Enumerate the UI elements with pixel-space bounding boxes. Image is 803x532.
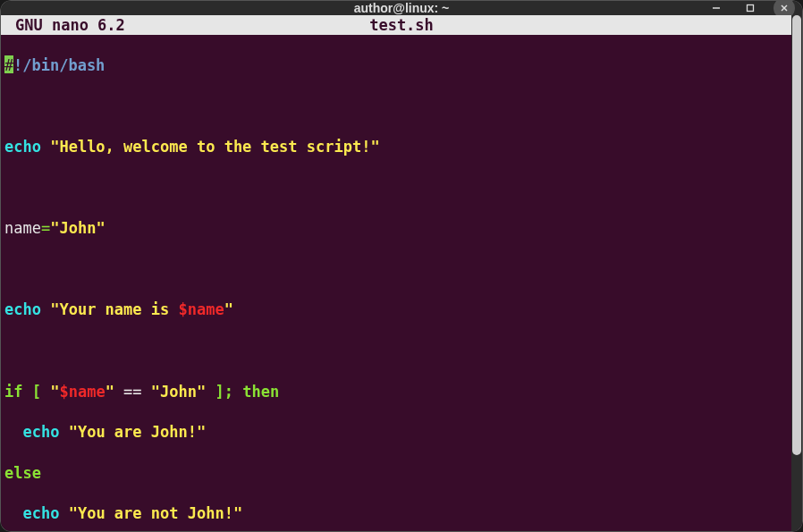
nano-version: GNU nano 6.2 — [4, 15, 125, 36]
titlebar: author@linux: ~ — [1, 1, 802, 15]
code-line: echo "You are John!" — [4, 422, 799, 443]
scrollbar-thumb[interactable] — [792, 15, 801, 455]
code-line: #!/bin/bash — [4, 55, 799, 76]
code-line — [4, 96, 799, 116]
code-line: echo "Your name is $name" — [4, 300, 799, 320]
code-line — [4, 178, 799, 198]
code-line: echo "You are not John!" — [4, 503, 799, 524]
nano-header: GNU nano 6.2 test.sh — [1, 15, 802, 35]
code-line — [4, 341, 799, 361]
nano-filename: test.sh — [369, 15, 434, 36]
editor-area[interactable]: #!/bin/bash echo "Hello, welcome to the … — [1, 35, 802, 532]
code-line — [4, 259, 799, 280]
minimize-icon — [711, 3, 722, 13]
cursor: # — [4, 55, 13, 73]
maximize-icon — [745, 3, 756, 13]
scrollbar[interactable] — [791, 15, 802, 532]
code-line: if [ "$name" == "John" ]; then — [4, 382, 799, 402]
window-title: author@linux: ~ — [354, 1, 450, 15]
code-line: name="John" — [4, 218, 799, 239]
code-line: echo "Hello, welcome to the test script!… — [4, 137, 799, 157]
code-line: else — [4, 463, 799, 484]
terminal-window: author@linux: ~ GNU nano 6.2 test.sh #!/… — [0, 0, 803, 532]
terminal-body[interactable]: GNU nano 6.2 test.sh #!/bin/bash echo "H… — [1, 15, 802, 532]
close-icon — [779, 3, 790, 13]
svg-rect-1 — [748, 5, 754, 12]
